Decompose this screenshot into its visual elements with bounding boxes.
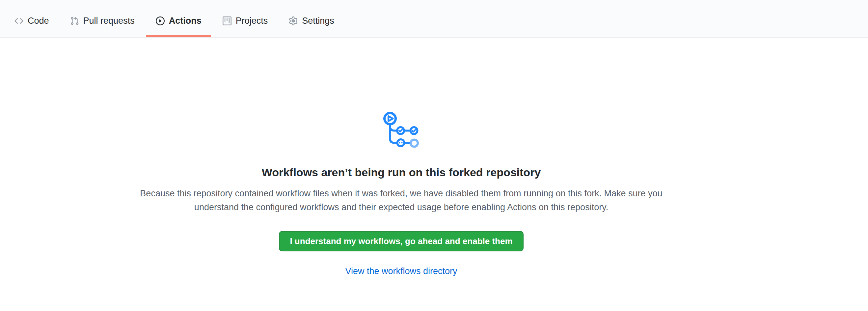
tab-label: Pull requests [83,17,135,25]
project-icon [223,17,231,25]
tab-pull-requests[interactable]: Pull requests [61,0,144,37]
enable-workflows-button[interactable]: I understand my workflows, go ahead and … [279,231,523,251]
repo-tab-nav: Code Pull requests Actions Projects Sett… [0,0,868,37]
tab-label: Code [28,17,49,25]
tab-settings[interactable]: Settings [279,0,344,37]
tab-code[interactable]: Code [5,0,59,37]
workflow-graph-icon [383,112,420,149]
tab-label: Actions [169,17,202,25]
tab-label: Settings [302,17,334,25]
blankslate-title: Workflows aren’t being run on this forke… [262,166,541,179]
view-workflows-directory-link[interactable]: View the workflows directory [345,266,457,276]
blankslate-description: Because this repository contained workfl… [134,186,669,214]
tab-projects[interactable]: Projects [213,0,278,37]
gear-icon [289,17,298,25]
play-icon [156,17,165,25]
tab-label: Projects [236,17,268,25]
tab-actions[interactable]: Actions [146,0,211,37]
code-icon [14,17,23,25]
actions-blankslate: Workflows aren’t being run on this forke… [0,37,803,276]
git-pull-request-icon [70,17,79,25]
